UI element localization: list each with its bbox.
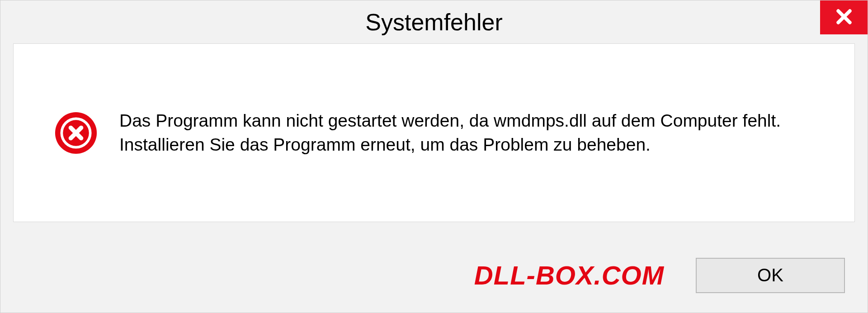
watermark-text: DLL-BOX.COM bbox=[474, 260, 664, 290]
dialog-content: Das Programm kann nicht gestartet werden… bbox=[13, 43, 855, 222]
dialog-title: Systemfehler bbox=[365, 9, 502, 36]
error-message: Das Programm kann nicht gestartet werden… bbox=[119, 109, 823, 156]
close-icon bbox=[834, 7, 854, 28]
ok-button[interactable]: OK bbox=[696, 258, 845, 293]
dialog-titlebar: Systemfehler bbox=[0, 0, 868, 43]
dialog-footer: DLL-BOX.COM OK bbox=[0, 238, 868, 313]
close-button[interactable] bbox=[820, 0, 868, 34]
error-icon bbox=[54, 111, 98, 155]
